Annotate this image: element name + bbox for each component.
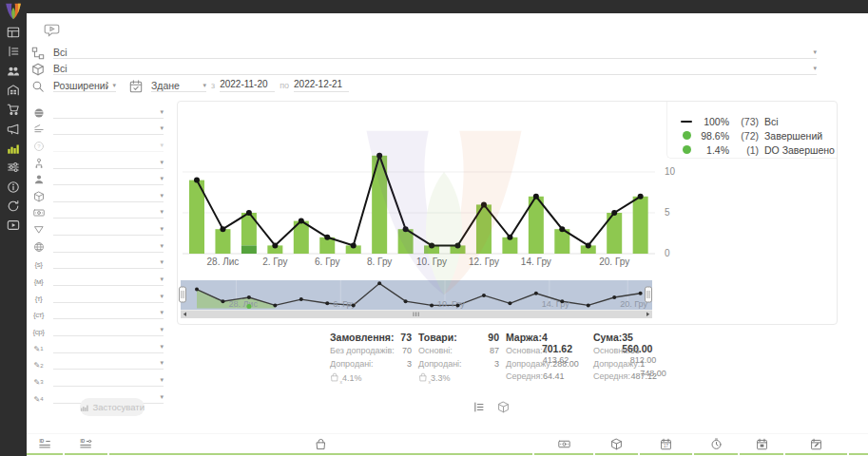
stat-row: Допродажу:1 748.00 [593,359,657,372]
sidebar-item-settings[interactable] [0,158,27,177]
filter-search-row: Розширений ▾ Здане ▾ з по [31,77,349,92]
line-point[interactable] [220,226,225,232]
legend-item-1[interactable]: 98.6% (72) Завершений [667,128,837,142]
filter-select-6[interactable]: ▾ [53,205,164,218]
apply-button[interactable]: Застосувати [80,398,145,416]
filter-row-11: {т} ▾ [31,286,164,303]
stat-row: Допродажу:288.00 [506,359,562,372]
video-help-button[interactable] [44,24,60,38]
line-point[interactable] [481,201,487,207]
svg-text:8. Гру: 8. Гру [367,256,392,267]
line-point[interactable] [194,178,200,183]
table-header-cell-3[interactable] [534,434,593,455]
line-point[interactable] [246,210,252,216]
svg-text:28. Лис: 28. Лис [228,299,258,309]
table-header-cell-8[interactable] [785,434,847,455]
svg-text:10. Гру: 10. Гру [437,299,465,309]
products-view-button[interactable] [497,400,511,414]
products-select[interactable]: Всі ▾ [53,60,817,75]
legend-label: DO Завершено [764,144,835,156]
legend-count: (72) [732,130,759,142]
date-from-label: з [211,81,215,90]
app-logo[interactable] [3,1,24,22]
sidebar-item-warehouse[interactable] [0,81,27,100]
sidebar-item-integrations[interactable] [0,197,27,216]
line-point[interactable] [611,210,617,216]
filter-select-10[interactable]: ▾ [53,273,164,286]
svg-text:20. Гру: 20. Гру [620,299,647,309]
line-point[interactable] [559,226,565,232]
filter-select-8[interactable]: ▾ [53,239,164,253]
sidebar-item-cart[interactable] [0,100,27,119]
chevron-down-icon: ▾ [160,307,164,318]
sidebar-item-customers[interactable] [0,62,27,81]
chevron-down-icon: ▾ [160,173,164,184]
search-mode-select[interactable]: Розширений ▾ [53,77,116,92]
stat-title: Замовлення:73 [330,332,412,346]
filter-select-12[interactable]: ▾ [53,306,164,319]
legend-item-2[interactable]: 1.4% (1) DO Завершено [667,142,837,157]
bar-completed[interactable] [633,197,648,254]
banknote-icon [31,207,46,218]
table-header-cell-2[interactable] [109,434,532,455]
filter-row-8: ▾ [31,236,164,253]
line-point[interactable] [507,235,512,240]
filter-select-3[interactable]: ▾ [53,156,164,169]
filter-select-7[interactable]: ▾ [53,222,164,236]
table-header-cell-0[interactable]: ID [27,434,63,455]
stat-title: Товари:90 [418,332,499,346]
date-type-select[interactable]: Здане ▾ [151,77,206,92]
svg-text:28. Лис: 28. Лис [207,256,240,267]
table-header-cell-5[interactable]: 17 [640,434,692,455]
cube-icon [31,191,46,202]
line-point[interactable] [586,242,591,248]
line-point[interactable] [351,242,357,248]
line-point[interactable] [376,153,382,159]
table-header-cell-7[interactable] [740,434,783,455]
table-header-cell-6[interactable] [694,434,738,455]
line-point[interactable] [533,194,539,200]
filter-select-9[interactable]: ▾ [53,256,164,269]
filter-select-5[interactable]: ▾ [53,189,164,202]
line-point[interactable] [324,235,330,240]
navigator-handle-left[interactable] [180,287,186,302]
bag-icon: x [330,372,339,384]
line-point[interactable] [455,242,461,248]
legend-swatch [680,131,693,140]
date-to-input[interactable] [294,79,349,92]
clock-icon [710,438,723,450]
filter-select-4[interactable]: ▾ [53,172,164,185]
sidebar-item-video[interactable] [0,216,27,235]
line-point[interactable] [272,242,278,248]
stat-row: Основні:87 [418,346,499,359]
legend-count: (73) [732,116,759,127]
filter-select-0[interactable]: ▾ [53,105,164,119]
legend-count: (1) [732,144,759,156]
chevron-down-icon: ▾ [813,47,817,58]
list-view-button[interactable] [473,400,487,414]
table-header-cell-1[interactable]: ID [65,434,107,455]
line-point[interactable] [638,194,644,200]
status-layers-icon [31,124,46,135]
statuses-select[interactable]: Всі ▾ [53,44,817,59]
bar-do-completed[interactable] [241,245,257,254]
bar-completed[interactable] [241,213,257,245]
filter-select-11[interactable]: ▾ [53,290,164,303]
sidebar-item-orders[interactable] [0,42,27,61]
sidebar-item-dashboard[interactable] [0,23,27,42]
filter-select-1[interactable]: ▾ [53,122,164,135]
legend-item-0[interactable]: 100% (73) Всі [667,114,837,128]
cube-icon [497,401,510,413]
sidebar-item-marketing[interactable] [0,119,27,138]
sidebar-item-analytics[interactable] [0,139,27,158]
table-header-cell-4[interactable] [595,434,638,455]
line-point[interactable] [299,218,304,224]
line-point[interactable] [429,242,434,248]
date-from-input[interactable] [220,79,275,92]
sidebar-item-info[interactable] [0,177,27,196]
table-header-cell-9[interactable] [849,434,868,455]
navigator-handle-right[interactable] [646,287,652,302]
line-point[interactable] [403,226,409,232]
bar-completed[interactable] [215,229,230,254]
chevron-down-icon: ▾ [160,190,164,201]
